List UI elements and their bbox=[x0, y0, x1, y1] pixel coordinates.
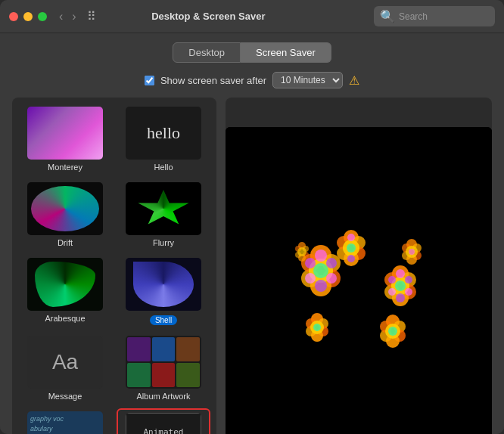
list-item[interactable]: Aa Message bbox=[18, 333, 112, 404]
titlebar: ‹ › ⠿ Desktop & Screen Saver 🔍 bbox=[0, 0, 504, 33]
list-item[interactable]: graphy vocabularylexicog Word of the Day bbox=[18, 408, 112, 434]
ss-label: Drift bbox=[58, 238, 73, 247]
tab-desktop[interactable]: Desktop bbox=[173, 42, 241, 63]
ss-thumb-flurry bbox=[126, 182, 201, 235]
svg-point-68 bbox=[297, 247, 306, 256]
flurry-preview bbox=[226, 127, 492, 434]
ss-thumb-arabesque bbox=[27, 258, 103, 311]
window: ‹ › ⠿ Desktop & Screen Saver 🔍 Desktop S… bbox=[0, 0, 504, 434]
content: Desktop Screen Saver Show screen saver a… bbox=[0, 33, 504, 434]
album-grid bbox=[126, 336, 201, 389]
animgif-line1: Animated bbox=[144, 427, 184, 434]
list-item[interactable]: Arabesque bbox=[18, 255, 112, 328]
ss-label: Album Artwork bbox=[137, 392, 191, 401]
svg-point-13 bbox=[313, 263, 328, 278]
show-screensaver-checkbox[interactable] bbox=[145, 76, 154, 85]
svg-point-8 bbox=[326, 258, 337, 268]
message-text: Aa bbox=[27, 336, 103, 389]
ss-thumb-hello: hello bbox=[126, 107, 201, 160]
ss-label: Hello bbox=[154, 163, 173, 172]
ss-label: Message bbox=[48, 392, 82, 401]
duration-dropdown[interactable]: 10 Minutes 5 Minutes 15 Minutes 20 Minut… bbox=[272, 72, 343, 88]
svg-point-53 bbox=[313, 324, 321, 331]
traffic-lights bbox=[9, 12, 47, 21]
svg-point-23 bbox=[405, 288, 412, 296]
ss-thumb-shell bbox=[126, 258, 201, 311]
hello-text: hello bbox=[126, 107, 201, 160]
svg-point-25 bbox=[388, 288, 396, 296]
list-item[interactable]: Album Artwork bbox=[117, 333, 210, 404]
flurry-svg bbox=[268, 218, 450, 369]
svg-point-21 bbox=[396, 269, 405, 278]
animgif-thumb: Animated Gif bbox=[126, 413, 201, 434]
close-button[interactable] bbox=[9, 12, 18, 21]
ss-thumb-album bbox=[126, 336, 201, 389]
search-icon: 🔍 bbox=[380, 9, 395, 23]
preview-pane: Screen Saver Options... bbox=[226, 98, 492, 434]
svg-point-11 bbox=[305, 273, 316, 284]
svg-point-27 bbox=[395, 281, 406, 291]
svg-point-22 bbox=[405, 276, 412, 284]
preview-screen bbox=[226, 127, 492, 434]
ss-thumb-monterey bbox=[27, 107, 103, 160]
search-input[interactable] bbox=[399, 11, 490, 22]
svg-point-7 bbox=[315, 250, 327, 262]
ss-label: Flurry bbox=[153, 238, 174, 247]
show-screensaver-label: Show screen saver after bbox=[160, 75, 266, 86]
ss-thumb-drift bbox=[27, 182, 103, 235]
svg-point-35 bbox=[347, 234, 355, 241]
list-item-selected[interactable]: Animated Gif AnimatedGif bbox=[117, 408, 210, 434]
window-title: Desktop & Screen Saver bbox=[43, 11, 374, 22]
svg-point-10 bbox=[315, 280, 327, 292]
svg-point-37 bbox=[347, 243, 356, 253]
wordofday-content: graphy vocabularylexicog bbox=[27, 411, 103, 434]
svg-point-24 bbox=[396, 293, 405, 302]
svg-point-26 bbox=[388, 276, 396, 284]
search-bar[interactable]: 🔍 bbox=[374, 6, 495, 26]
svg-point-45 bbox=[388, 327, 397, 336]
svg-point-9 bbox=[326, 273, 337, 284]
list-item[interactable]: Drift bbox=[18, 179, 112, 250]
warning-icon: ⚠ bbox=[349, 73, 359, 88]
ss-thumb-message: Aa bbox=[27, 336, 103, 389]
main-panel: Monterey hello Hello Drift bbox=[12, 98, 492, 434]
ss-thumb-wordofday: graphy vocabularylexicog bbox=[27, 411, 103, 434]
tab-bar: Desktop Screen Saver bbox=[12, 42, 492, 63]
screensaver-list: Monterey hello Hello Drift bbox=[12, 98, 216, 434]
svg-point-36 bbox=[347, 255, 355, 262]
svg-point-12 bbox=[305, 258, 316, 268]
list-item[interactable]: hello Hello bbox=[117, 104, 210, 175]
ss-badge: Shell bbox=[150, 315, 177, 325]
ss-label: Arabesque bbox=[45, 314, 85, 323]
options-row: Show screen saver after 10 Minutes 5 Min… bbox=[12, 72, 492, 88]
list-item[interactable]: Shell bbox=[117, 255, 210, 328]
tab-screensaver[interactable]: Screen Saver bbox=[241, 42, 331, 63]
ss-thumb-animatedgif: Animated Gif bbox=[126, 413, 201, 434]
list-item[interactable]: Monterey bbox=[18, 104, 112, 175]
ss-label: Monterey bbox=[48, 163, 82, 172]
minimize-button[interactable] bbox=[23, 12, 33, 21]
list-item[interactable]: Flurry bbox=[117, 179, 210, 250]
svg-point-61 bbox=[409, 249, 415, 255]
